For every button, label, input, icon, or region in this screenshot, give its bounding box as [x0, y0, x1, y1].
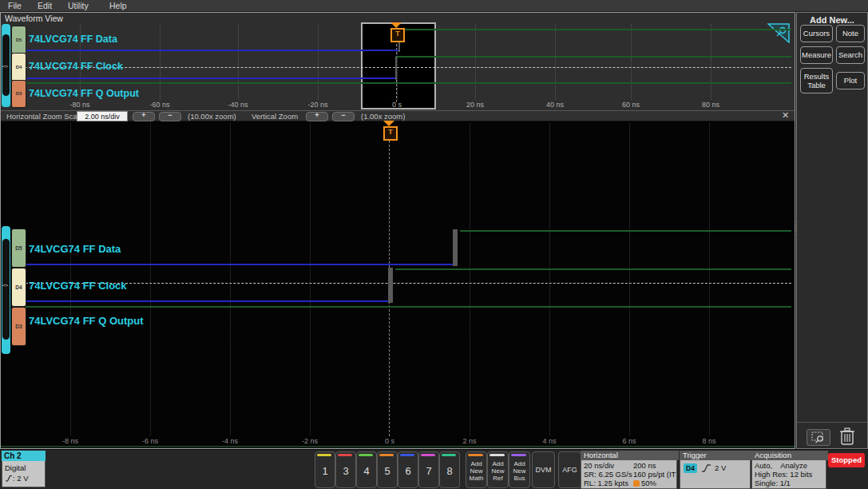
trigger-level: 2 V — [715, 463, 726, 472]
axis-tick-label: 60 ns — [622, 101, 640, 109]
channel-2-badge-title: Ch 2 — [2, 451, 46, 461]
v-zoom-plus-button[interactable]: + — [306, 112, 328, 121]
gridline — [318, 24, 319, 100]
channel-badge-d5[interactable]: D5 — [11, 229, 26, 268]
axis-tick-label: 80 ns — [702, 101, 719, 109]
digital-waveform-segment — [25, 78, 397, 79]
channel-button-label: 3 — [336, 465, 355, 477]
horizontal-info-col2: 200 ns — [633, 461, 656, 470]
channel-button-label: 8 — [440, 465, 459, 477]
zoom-mode-button[interactable] — [807, 429, 830, 446]
gridline — [475, 24, 476, 100]
add-new-plot-button[interactable]: Plot — [836, 72, 865, 89]
horizontal-info-col1: RL: 1.25 kpts — [584, 479, 628, 487]
trigger-source-badge: D4 — [684, 463, 697, 473]
digital-group-handle-pill — [2, 239, 10, 340]
trigger-level-line — [26, 283, 791, 284]
button-label: AddNewRef — [488, 460, 508, 482]
v-zoom-minus-button[interactable]: − — [332, 112, 355, 121]
channel-label-d4[interactable]: 74LVCG74 FF Clock — [29, 280, 127, 292]
trigger-marker-flag[interactable]: T — [390, 28, 405, 42]
trigger-marker-flag[interactable]: T — [383, 126, 398, 141]
channel-button-4[interactable]: 4 — [356, 451, 377, 488]
menu-edit[interactable]: Edit — [38, 1, 52, 10]
handle-resize-glyph: <> — [2, 64, 8, 69]
right-panel-separator — [797, 422, 867, 423]
channel-label-d5[interactable]: 74LVCG74 FF Data — [29, 243, 121, 255]
axis-tick-label: 40 ns — [546, 101, 564, 109]
stopped-status-button[interactable]: Stopped — [828, 453, 865, 467]
horizontal-zoom-scale-input[interactable] — [77, 111, 128, 121]
add-new-math-button[interactable]: AddNewMath — [466, 451, 487, 488]
axis-tick-label: -8 ns — [62, 437, 78, 445]
axis-tick-label: 6 ns — [622, 437, 636, 445]
channel-2-threshold: : 2 V — [5, 474, 29, 483]
gridline — [711, 24, 711, 100]
button-label: AddNewMath — [466, 460, 486, 482]
add-new-search-button[interactable]: Search — [836, 46, 865, 64]
channel-button-7[interactable]: 7 — [418, 451, 439, 488]
trigger-panel-title: Trigger — [680, 451, 752, 460]
axis-tick-label: -4 ns — [222, 437, 238, 445]
add-new-results-table-button[interactable]: Results Table — [800, 68, 833, 93]
trigger-marker-arrow[interactable] — [383, 121, 394, 126]
menu-utility[interactable]: Utility — [68, 1, 89, 10]
gridline — [629, 123, 630, 435]
digital-waveform-segment — [25, 50, 400, 51]
zoom-close-icon[interactable]: ✕ — [782, 110, 789, 121]
acquisition-info-row: Single: 1/1 — [755, 479, 791, 487]
channel-button-label: 5 — [378, 465, 397, 477]
menu-bar: FileEditUtilityHelp — [0, 0, 868, 11]
gridline — [310, 123, 311, 435]
acquisition-info-row: High Res: 12 bits — [755, 470, 812, 479]
channel-2-type: Digital — [5, 463, 26, 472]
axis-tick-label: 4 ns — [542, 437, 556, 445]
trash-icon[interactable] — [838, 426, 856, 447]
channel-label-d5[interactable]: 74LVCG74 FF Data — [29, 34, 117, 45]
handle-resize-glyph: <> — [2, 283, 8, 288]
trigger-marker-arrow[interactable] — [390, 22, 402, 28]
rising-edge-icon — [701, 463, 711, 473]
waveform-edge — [453, 229, 458, 266]
channel-button-6[interactable]: 6 — [398, 451, 418, 488]
horizontal-panel-title: Horizontal — [581, 451, 679, 460]
channel-button-8[interactable]: 8 — [439, 451, 460, 488]
add-new-note-button[interactable]: Note — [836, 25, 865, 42]
oscilloscope-app: FileEditUtilityHelp Waveform View Horizo… — [0, 0, 868, 489]
threshold-edge-icon — [5, 475, 13, 482]
gridline — [230, 123, 231, 435]
axis-tick-label: -20 ns — [307, 101, 327, 109]
draw-zoom-box-icon[interactable] — [767, 23, 790, 43]
h-zoom-minus-button[interactable]: − — [159, 112, 181, 121]
channel-label-d3[interactable]: 74LVCG74 FF Q Output — [29, 315, 144, 327]
horizontal-info-col1: SR: 6.25 GS/s — [584, 470, 632, 479]
menu-file[interactable]: File — [8, 1, 22, 10]
channel-button-1[interactable]: 1 — [315, 451, 335, 488]
vertical-zoom-label: Vertical Zoom — [252, 112, 298, 121]
channel-label-d4[interactable]: 74LVCG74 FF Clock — [29, 61, 123, 72]
channel-label-d3[interactable]: 74LVCG74 FF Q Output — [29, 88, 139, 99]
channel-badge-d3[interactable]: D3 — [11, 80, 26, 108]
add-new-bus-button[interactable]: AddNewBus — [509, 451, 530, 488]
dvm-button[interactable]: DVM — [532, 451, 555, 488]
channel-badge-d5[interactable]: D5 — [11, 26, 26, 54]
acquisition-info-row: Auto, Analyze — [755, 461, 807, 470]
h-zoom-readout: (10.00x zoom) — [188, 112, 236, 121]
channel-badge-d3[interactable]: D3 — [11, 307, 26, 346]
channel-button-3[interactable]: 3 — [335, 451, 356, 488]
afg-button[interactable]: AFG — [558, 451, 581, 488]
add-new-title: Add New... — [796, 15, 868, 25]
add-new-cursors-button[interactable]: Cursors — [800, 25, 833, 42]
h-zoom-plus-button[interactable]: + — [133, 112, 155, 121]
add-new-measure-button[interactable]: Measure — [800, 46, 833, 64]
channel-badge-d4[interactable]: D4 — [11, 53, 26, 82]
menu-help[interactable]: Help — [109, 1, 127, 10]
channel-button-5[interactable]: 5 — [377, 451, 398, 488]
digital-waveform-segment — [400, 29, 791, 30]
add-new-ref-button[interactable]: AddNewRef — [487, 451, 509, 488]
horizontal-info-col2: 50% — [633, 479, 656, 487]
gridline — [238, 24, 239, 100]
waveform-view-title: Waveform View — [5, 14, 63, 23]
gridline — [631, 24, 632, 100]
channel-badge-d4[interactable]: D4 — [11, 268, 26, 307]
